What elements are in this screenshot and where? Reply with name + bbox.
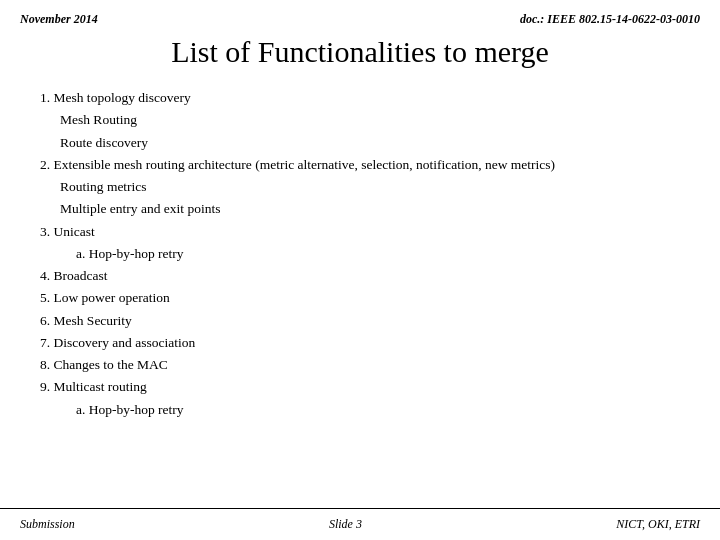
list-item: Routing metrics: [40, 176, 680, 198]
header-doc: doc.: IEEE 802.15-14-0622-03-0010: [520, 12, 700, 27]
list-item: 8. Changes to the MAC: [40, 354, 680, 376]
footer-org: NICT, OKI, ETRI: [616, 517, 700, 532]
footer: Submission Slide 3 NICT, OKI, ETRI: [0, 508, 720, 540]
list-item: 7. Discovery and association: [40, 332, 680, 354]
list-item: 5. Low power operation: [40, 287, 680, 309]
page-title: List of Functionalities to merge: [40, 35, 680, 69]
list-item: Mesh Routing: [40, 109, 680, 131]
list-item: Route discovery: [40, 132, 680, 154]
footer-submission: Submission: [20, 517, 75, 532]
content-list: 1. Mesh topology discoveryMesh RoutingRo…: [40, 87, 680, 421]
list-item: 1. Mesh topology discovery: [40, 87, 680, 109]
list-item: 6. Mesh Security: [40, 310, 680, 332]
header: November 2014 doc.: IEEE 802.15-14-0622-…: [0, 0, 720, 31]
list-item: 9. Multicast routing: [40, 376, 680, 398]
list-item: a. Hop-by-hop retry: [40, 243, 680, 265]
list-item: a. Hop-by-hop retry: [40, 399, 680, 421]
footer-slide: Slide 3: [329, 517, 362, 532]
list-item: 3. Unicast: [40, 221, 680, 243]
main-content: List of Functionalities to merge 1. Mesh…: [0, 31, 720, 508]
header-date: November 2014: [20, 12, 98, 27]
list-item: 2. Extensible mesh routing architecture …: [40, 154, 680, 176]
page: November 2014 doc.: IEEE 802.15-14-0622-…: [0, 0, 720, 540]
list-item: Multiple entry and exit points: [40, 198, 680, 220]
list-item: 4. Broadcast: [40, 265, 680, 287]
